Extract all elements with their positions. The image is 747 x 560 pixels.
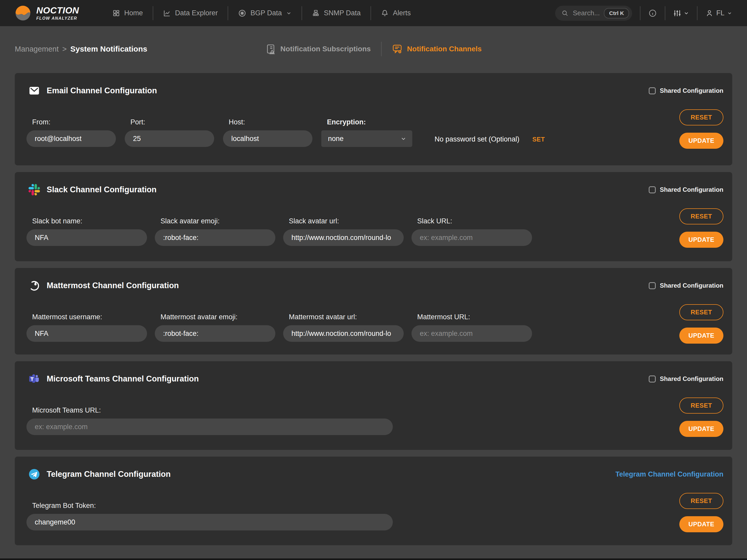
- channel-cards: Email Channel Configuration Shared Confi…: [0, 59, 747, 545]
- telegram-bot-token-label: Telegram Bot Token:: [32, 502, 393, 510]
- shared-configuration-checkbox[interactable]: [649, 375, 656, 382]
- mattermost-avatar-emoji-input[interactable]: [155, 325, 275, 342]
- slack-avatar-url-label: Slack avatar url:: [289, 217, 404, 225]
- page-head: Management > System Notifications Notifi…: [0, 39, 747, 59]
- nav-item-snmp-data[interactable]: SNMP Data: [302, 9, 370, 17]
- channels-chat-gear-icon: [392, 44, 403, 54]
- settings-sliders-button[interactable]: [673, 9, 689, 17]
- user-menu[interactable]: FL: [705, 9, 732, 17]
- mattermost-avatar-url-input[interactable]: [283, 325, 404, 342]
- tab-separator: [381, 42, 382, 56]
- mattermost-url-input[interactable]: [411, 325, 532, 342]
- encryption-select[interactable]: none: [321, 130, 412, 147]
- user-initials: FL: [716, 9, 724, 17]
- email-icon: [28, 85, 40, 97]
- sliders-icon: [673, 9, 681, 17]
- telegram-reset-button[interactable]: RESET: [679, 493, 723, 509]
- teams-update-button[interactable]: UPDATE: [679, 421, 723, 437]
- nav-item-label: Home: [124, 9, 143, 17]
- host-label: Host:: [229, 118, 312, 126]
- top-nav: NOCTION FLOW ANALYZER Home Data Explorer: [0, 0, 747, 26]
- nav-items: Home Data Explorer BGP Data: [102, 6, 420, 20]
- info-button[interactable]: [648, 9, 657, 18]
- nav-item-bgp-data[interactable]: BGP Data: [228, 9, 302, 17]
- shared-configuration-checkbox[interactable]: [649, 282, 656, 289]
- nav-item-data-explorer[interactable]: Data Explorer: [153, 9, 228, 17]
- nav-divider: [640, 6, 640, 20]
- breadcrumb-management[interactable]: Management: [15, 45, 59, 53]
- from-label: From:: [32, 118, 116, 126]
- slack-bot-name-input[interactable]: [26, 229, 147, 246]
- slack-avatar-url-input[interactable]: [283, 229, 404, 246]
- teams-url-label: Microsoft Teams URL:: [32, 406, 393, 415]
- shared-configuration-label: Shared Configuration: [660, 282, 723, 289]
- brand-logo[interactable]: NOCTION FLOW ANALYZER: [15, 5, 79, 21]
- encryption-label: Encryption:: [327, 118, 412, 126]
- search-shortcut-badge: Ctrl K: [604, 8, 629, 19]
- teams-reset-button[interactable]: RESET: [679, 398, 723, 414]
- set-password-link[interactable]: SET: [532, 136, 545, 143]
- globe-routes-icon: [238, 9, 246, 17]
- noction-logo-icon: [15, 5, 31, 21]
- shared-configuration-checkbox[interactable]: [649, 186, 656, 193]
- subscriptions-list-alert-icon: [265, 44, 276, 54]
- nav-item-label: BGP Data: [251, 9, 282, 17]
- tab-label: Notification Subscriptions: [280, 45, 370, 53]
- breadcrumb-separator: >: [62, 45, 67, 53]
- nav-item-label: Data Explorer: [175, 9, 218, 17]
- nav-divider: [665, 6, 665, 20]
- tab-notification-subscriptions[interactable]: Notification Subscriptions: [265, 44, 370, 54]
- chevron-down-icon: [400, 136, 407, 142]
- shared-configuration-label: Shared Configuration: [660, 186, 723, 193]
- mattermost-avatar-emoji-label: Mattermost avatar emoji:: [160, 313, 275, 321]
- slack-shared-configuration: Shared Configuration: [649, 186, 723, 193]
- email-update-button[interactable]: UPDATE: [679, 133, 723, 149]
- slack-url-input[interactable]: [411, 229, 532, 246]
- port-input[interactable]: [125, 130, 214, 147]
- search-input[interactable]: Search... Ctrl K: [555, 6, 632, 21]
- password-status-text: No password set (Optional): [435, 135, 519, 143]
- host-input[interactable]: [223, 130, 312, 147]
- mattermost-avatar-url-label: Mattermost avatar url:: [289, 313, 404, 321]
- brand-subtitle: FLOW ANALYZER: [36, 16, 79, 21]
- search-icon: [561, 9, 569, 17]
- mattermost-shared-configuration: Shared Configuration: [649, 282, 723, 289]
- email-reset-button[interactable]: RESET: [679, 109, 723, 126]
- mattermost-update-button[interactable]: UPDATE: [679, 327, 723, 344]
- teams-url-input[interactable]: [26, 419, 393, 435]
- card-title: Email Channel Configuration: [47, 86, 157, 96]
- nav-item-alerts[interactable]: Alerts: [371, 9, 420, 17]
- card-title: Slack Channel Configuration: [47, 185, 157, 194]
- slack-bot-name-label: Slack bot name:: [32, 217, 147, 225]
- telegram-configuration-link[interactable]: Telegram Channel Configuration: [615, 470, 723, 478]
- from-input[interactable]: [26, 130, 116, 147]
- user-icon: [705, 9, 714, 17]
- bottom-edge-strip: [0, 558, 747, 560]
- nav-divider: [697, 6, 697, 20]
- shared-configuration-checkbox[interactable]: [649, 87, 656, 94]
- telegram-bot-token-input[interactable]: [26, 514, 393, 530]
- chevron-down-icon: [684, 10, 689, 16]
- telegram-update-button[interactable]: UPDATE: [679, 516, 723, 532]
- slack-avatar-emoji-input[interactable]: [155, 229, 275, 246]
- nav-item-label: Alerts: [393, 9, 411, 17]
- card-title: Mattermost Channel Configuration: [47, 281, 179, 290]
- shared-configuration-label: Shared Configuration: [660, 375, 723, 382]
- shared-configuration-label: Shared Configuration: [660, 87, 723, 94]
- email-channel-card: Email Channel Configuration Shared Confi…: [15, 73, 732, 165]
- tab-notification-channels[interactable]: Notification Channels: [392, 44, 482, 54]
- teams-channel-card: Microsoft Teams Channel Configuration Sh…: [15, 361, 732, 450]
- chevron-down-icon: [286, 10, 292, 16]
- slack-channel-card: Slack Channel Configuration Shared Confi…: [15, 172, 732, 261]
- mattermost-username-input[interactable]: [26, 325, 147, 342]
- bell-icon: [381, 9, 389, 17]
- home-icon: [112, 9, 120, 17]
- mattermost-url-label: Mattermost URL:: [417, 313, 532, 321]
- slack-reset-button[interactable]: RESET: [679, 208, 723, 224]
- mattermost-channel-card: Mattermost Channel Configuration Shared …: [15, 268, 732, 354]
- page-title: System Notifications: [70, 45, 147, 53]
- teams-shared-configuration: Shared Configuration: [649, 375, 723, 382]
- slack-update-button[interactable]: UPDATE: [679, 232, 723, 248]
- nav-item-home[interactable]: Home: [102, 9, 153, 17]
- mattermost-reset-button[interactable]: RESET: [679, 304, 723, 320]
